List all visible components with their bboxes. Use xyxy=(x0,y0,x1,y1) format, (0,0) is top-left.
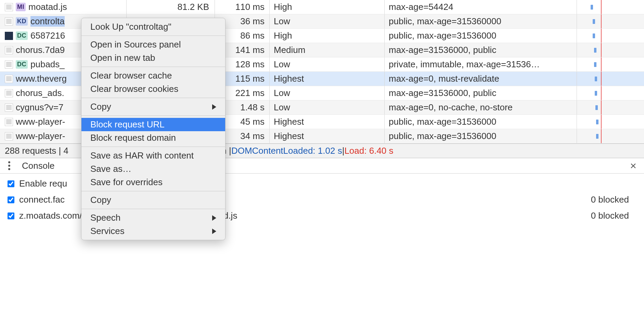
enable-blocking-checkbox[interactable] xyxy=(8,180,14,187)
menu-save-as[interactable]: Save as… xyxy=(81,162,225,176)
blocked-pattern-checkbox[interactable] xyxy=(8,213,14,219)
drawer-menu-icon[interactable] xyxy=(6,159,12,172)
initiator-badge: DC xyxy=(16,60,28,69)
waterfall-load-line xyxy=(601,100,602,114)
cell-cache-control: public, max-age=31536000 xyxy=(385,115,577,129)
cell-waterfall xyxy=(577,0,644,14)
blocked-pattern-url: connect.fac xyxy=(19,194,65,205)
menu-copy[interactable]: Copy xyxy=(81,100,225,113)
menu-block-domain[interactable]: Block request domain xyxy=(81,131,225,145)
request-name: pubads_ xyxy=(30,59,65,70)
file-icon xyxy=(5,32,13,40)
request-name: chorus_ads. xyxy=(16,88,64,98)
cell-name: MImoatad.js xyxy=(0,0,127,14)
cell-waterfall xyxy=(577,72,644,86)
cell-cache-control: public, max-age=31536000 xyxy=(385,29,577,43)
cell-priority: Low xyxy=(270,86,385,100)
cell-waterfall xyxy=(577,129,644,143)
waterfall-bar xyxy=(595,105,598,110)
waterfall-bar xyxy=(595,91,597,96)
waterfall-bar xyxy=(595,77,597,81)
waterfall-bar xyxy=(591,5,593,10)
initiator-badge: DC xyxy=(16,31,28,40)
cell-priority: Medium xyxy=(270,43,385,57)
menu-copy-2[interactable]: Copy xyxy=(81,193,225,207)
file-icon xyxy=(5,118,13,126)
file-icon xyxy=(5,104,13,112)
cell-priority: Highest xyxy=(270,129,385,143)
waterfall-load-line xyxy=(601,86,602,100)
close-icon[interactable]: × xyxy=(630,160,636,172)
file-icon xyxy=(5,46,13,54)
initiator-badge: MI xyxy=(16,3,26,11)
cell-waterfall xyxy=(577,43,644,57)
request-name: cygnus?v=7 xyxy=(16,102,63,113)
summary-requests: 288 requests | 4 xyxy=(5,146,68,156)
cell-cache-control: private, immutable, max-age=31536… xyxy=(385,57,577,71)
cell-cache-control: public, max-age=315360000 xyxy=(385,14,577,28)
cell-waterfall xyxy=(577,86,644,100)
file-icon xyxy=(5,60,13,69)
menu-open-tab[interactable]: Open in new tab xyxy=(81,51,225,65)
cell-priority: Low xyxy=(270,57,385,71)
request-name: www-player- xyxy=(16,131,65,141)
request-name: www.theverg xyxy=(16,73,67,84)
cell-priority: Highest xyxy=(270,115,385,129)
menu-separator xyxy=(81,98,225,98)
cell-cache-control: max-age=54424 xyxy=(385,0,577,14)
cell-priority: Low xyxy=(270,100,385,114)
summary-sep: | xyxy=(342,146,345,156)
menu-block-url[interactable]: Block request URL xyxy=(81,118,225,131)
cell-priority: High xyxy=(270,0,385,14)
request-name: www-player- xyxy=(16,117,65,127)
menu-separator xyxy=(81,147,225,147)
menu-clear-cookies[interactable]: Clear browser cookies xyxy=(81,82,225,96)
cell-priority: Low xyxy=(270,14,385,28)
chevron-right-icon xyxy=(212,229,216,234)
chevron-right-icon xyxy=(212,215,216,221)
cell-cache-control: max-age=31536000, public xyxy=(385,43,577,57)
cell-cache-control: max-age=31536000, public xyxy=(385,86,577,100)
menu-save-overrides[interactable]: Save for overrides xyxy=(81,176,225,189)
waterfall-bar xyxy=(593,19,595,24)
menu-separator xyxy=(81,115,225,116)
request-name: moatad.js xyxy=(28,2,67,12)
waterfall-load-line xyxy=(601,14,602,28)
cell-waterfall xyxy=(577,57,644,71)
cell-cache-control: public, max-age=31536000 xyxy=(385,129,577,143)
menu-open-sources[interactable]: Open in Sources panel xyxy=(81,38,225,51)
menu-clear-cache[interactable]: Clear browser cache xyxy=(81,69,225,82)
context-menu: Look Up "controltag" Open in Sources pan… xyxy=(81,18,226,240)
menu-save-har[interactable]: Save as HAR with content xyxy=(81,149,225,162)
blocked-count: 0 blocked xyxy=(591,210,636,221)
menu-separator xyxy=(81,67,225,67)
waterfall-load-line xyxy=(601,129,602,143)
blocked-pattern-checkbox[interactable] xyxy=(8,196,14,203)
menu-speech[interactable]: Speech xyxy=(81,211,225,224)
waterfall-load-line xyxy=(601,115,602,129)
waterfall-bar xyxy=(594,48,596,53)
waterfall-bar xyxy=(596,134,598,139)
menu-separator xyxy=(81,191,225,191)
network-row[interactable]: MImoatad.js81.2 KB110 msHighmax-age=5442… xyxy=(0,0,644,14)
file-icon xyxy=(5,132,13,140)
summary-load: Load: 6.40 s xyxy=(344,146,393,156)
cell-cache-control: max-age=0, no-cache, no-store xyxy=(385,100,577,114)
waterfall-bar xyxy=(594,62,596,67)
menu-services[interactable]: Services xyxy=(81,224,225,238)
enable-blocking-label: Enable requ xyxy=(19,178,67,189)
tab-console[interactable]: Console xyxy=(22,161,54,171)
summary-domcontentloaded: DOMContentLoaded: 1.02 s xyxy=(231,146,342,156)
request-name: 6587216 xyxy=(30,30,65,41)
chevron-right-icon xyxy=(212,104,216,110)
cell-time: 110 ms xyxy=(215,0,270,14)
file-icon xyxy=(5,17,13,26)
menu-lookup[interactable]: Look Up "controltag" xyxy=(81,20,225,33)
file-icon xyxy=(5,75,13,83)
cell-waterfall xyxy=(577,14,644,28)
cell-cache-control: max-age=0, must-revalidate xyxy=(385,72,577,86)
cell-waterfall xyxy=(577,29,644,43)
request-name: controlta xyxy=(30,16,65,27)
blocked-count: 0 blocked xyxy=(591,194,636,205)
cell-waterfall xyxy=(577,115,644,129)
